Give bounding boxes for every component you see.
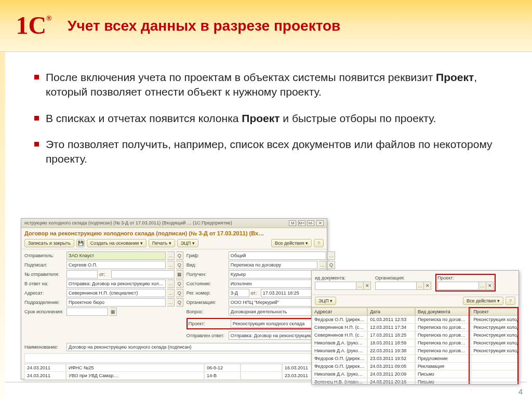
clear-icon[interactable]: ✕ <box>364 282 371 290</box>
list-toolbar: ЭЦП ▾ Все действия ▾ ? <box>312 295 518 307</box>
col-header[interactable]: Адресат <box>312 308 367 316</box>
name-input[interactable]: Договор на реконструкцию холодного склад… <box>66 343 324 351</box>
cell <box>471 363 518 370</box>
slide-header: 1С® Учет всех данных в разрезе проектов <box>0 0 532 52</box>
addressee-label: Адресат: <box>24 290 65 296</box>
bullet-item: После включения учета по проектам в объе… <box>31 70 501 100</box>
left-strip <box>0 52 5 399</box>
toolbar: Записать и закрыть 💾 Создать на основани… <box>21 237 327 249</box>
signed-input[interactable]: Сергеев О.П. <box>66 261 166 269</box>
logo-mark: 1С® <box>16 16 51 35</box>
help-icon[interactable]: ? <box>314 239 324 247</box>
cell <box>471 378 518 384</box>
addressee-input[interactable]: Северянинов Н.П. (специалист) <box>66 289 166 297</box>
ecp-button[interactable]: ЭЦП ▾ <box>315 297 336 305</box>
project-input[interactable]: Реконструкция холодного склада <box>231 320 315 328</box>
m-plus-icon[interactable]: M+ <box>298 220 305 226</box>
screenshot-area: нструкцию холодного склада (подписан) (№… <box>21 218 519 393</box>
form-column-left: Отправитель:ЗАО Клауст…Q Подписал:Сергее… <box>24 251 183 340</box>
lookup-icon[interactable]: … <box>167 251 175 260</box>
cell: Письмо <box>415 378 471 384</box>
footer-rule <box>5 382 527 382</box>
cell: 24.03.2011 <box>24 372 66 380</box>
regno-label: Рег. номер: <box>187 290 227 296</box>
question-input[interactable]: Договорная деятельность <box>229 308 317 316</box>
close-icon[interactable]: ✕ <box>316 220 324 226</box>
ecp-button[interactable]: ЭЦП ▾ <box>177 239 198 247</box>
from-date-input[interactable] <box>111 270 175 278</box>
lookup-icon[interactable]: … <box>167 298 175 307</box>
bullet-item: Это позволяет получить, например, список… <box>31 137 501 167</box>
col-header[interactable]: Вид документа <box>415 308 471 316</box>
clear-icon[interactable]: ✕ <box>486 282 494 290</box>
save-close-button[interactable]: Записать и закрыть <box>24 239 74 247</box>
m-minus-icon[interactable]: M- <box>307 220 314 226</box>
titlebar: нструкцию холодного склада (подписан) (№… <box>21 219 327 228</box>
cell: ИФНС №25 <box>66 364 204 372</box>
lookup-icon[interactable]: … <box>167 289 175 297</box>
help-icon[interactable]: ? <box>506 297 515 305</box>
print-button[interactable]: Печать ▾ <box>149 239 175 247</box>
lookup-icon[interactable]: … <box>479 282 486 290</box>
sender-input[interactable]: ЗАО Клауст <box>66 251 166 260</box>
lookup-q-icon[interactable]: Q <box>176 261 183 269</box>
cell: Письмо <box>415 370 471 378</box>
col-header[interactable]: Дата <box>367 308 415 316</box>
sender-no-label: № отправителя: <box>24 272 65 277</box>
filter-project-input[interactable] <box>437 282 479 290</box>
cell: Реконструкция холод… <box>471 347 518 355</box>
lookup-q-icon[interactable]: Q <box>176 251 183 260</box>
reply-input[interactable]: Отправка: Договор на реконструкцию хол… <box>66 280 166 288</box>
cell <box>241 364 282 372</box>
vid-input[interactable]: Переписка по договору <box>229 261 317 269</box>
cell: Зеленец Н.В. (главн… <box>312 378 367 384</box>
calendar-icon[interactable]: ▦ <box>110 308 117 316</box>
regno-input[interactable]: 3-Д <box>229 289 249 297</box>
lookup-icon[interactable]: … <box>167 280 175 288</box>
lookup-icon[interactable]: … <box>417 282 424 290</box>
lookup-q-icon[interactable]: Q <box>176 289 183 297</box>
save-icon[interactable]: 💾 <box>76 239 85 247</box>
clear-icon[interactable]: ✕ <box>424 282 431 290</box>
due-input[interactable] <box>66 308 108 316</box>
form-body: Отправитель:ЗАО Клауст…Q Подписал:Сергее… <box>21 249 327 342</box>
all-actions-button[interactable]: Все действия ▾ <box>271 239 312 247</box>
lookup-icon[interactable]: … <box>167 261 175 269</box>
lookup-icon[interactable]: … <box>319 261 326 269</box>
lookup-q-icon[interactable]: Q <box>176 280 183 288</box>
cell: Предложение <box>415 355 471 363</box>
cell: Реконструкция холод… <box>471 324 518 331</box>
cell: Федоров О.П. (дирек… <box>312 355 367 363</box>
text-area[interactable] <box>24 353 324 363</box>
filter-org-label: Организация: <box>375 275 431 281</box>
all-actions-button[interactable]: Все действия ▾ <box>463 297 503 305</box>
cell: Николаев Д.А. (руко… <box>312 347 367 355</box>
m-icon[interactable]: M <box>289 220 296 226</box>
cell <box>471 355 518 363</box>
window-document-card: нструкцию холодного склада (подписан) (№… <box>21 218 327 379</box>
bullet-item: В списках и отчетах появится колонка Про… <box>31 111 501 126</box>
from-label: от: <box>99 272 110 277</box>
sender-label: Отправитель: <box>24 253 65 258</box>
cell: 24.03.2011 20:16 <box>367 378 415 384</box>
cell: Федоров О.П. (дирек… <box>312 363 367 370</box>
lookup-q-icon[interactable]: Q <box>328 261 335 269</box>
question-label: Вопрос: <box>187 309 227 314</box>
sender-no-input[interactable] <box>66 270 98 278</box>
lookup-icon[interactable]: … <box>356 282 364 290</box>
col-header[interactable]: Проект <box>471 308 518 316</box>
lookup-q-icon[interactable]: Q <box>176 298 183 307</box>
filter-org-input[interactable] <box>375 282 417 290</box>
org-input[interactable]: ООО НПЦ "Меркурий" <box>229 298 317 307</box>
division-input[interactable]: Проектное бюро <box>66 298 166 307</box>
project-label: Проект: <box>189 321 229 326</box>
grif-input[interactable]: Общий <box>229 251 326 260</box>
window-list: ид документа:…✕ Организация:…✕ Проект:…✕… <box>311 270 519 384</box>
calendar-icon[interactable]: ▦ <box>176 270 183 278</box>
lookup-icon[interactable]: … <box>328 251 335 260</box>
cell: 14-В <box>204 372 241 380</box>
registered-icon: ® <box>46 15 51 22</box>
filter-vid-input[interactable] <box>315 282 356 290</box>
create-based-button[interactable]: Создать на основании ▾ <box>87 239 147 247</box>
cell: 24.03.2011 20:09 <box>367 370 415 378</box>
